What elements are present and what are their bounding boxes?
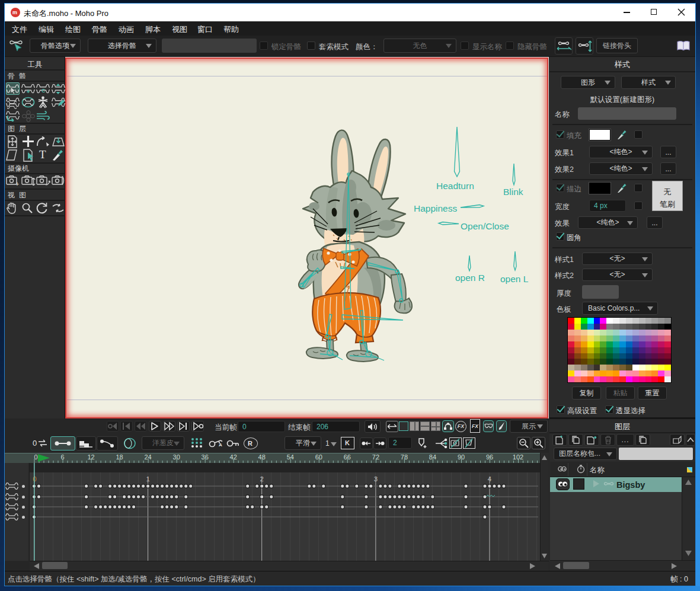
svg-text:Headturn: Headturn bbox=[436, 181, 474, 191]
svg-text:12: 12 bbox=[87, 453, 94, 461]
svg-text:36: 36 bbox=[202, 453, 209, 461]
svg-text:Happiness: Happiness bbox=[414, 203, 457, 213]
svg-text:A: A bbox=[219, 442, 222, 448]
svg-text:54: 54 bbox=[287, 453, 294, 461]
svg-text:open L: open L bbox=[500, 274, 529, 284]
svg-text:66: 66 bbox=[344, 453, 351, 461]
svg-text:18: 18 bbox=[116, 453, 123, 461]
svg-text:30: 30 bbox=[173, 453, 180, 461]
svg-text:84: 84 bbox=[429, 453, 436, 461]
svg-text:2: 2 bbox=[260, 475, 263, 483]
svg-text:42: 42 bbox=[230, 453, 237, 461]
svg-text:24: 24 bbox=[144, 453, 151, 461]
svg-text:4: 4 bbox=[488, 475, 492, 483]
svg-text:0: 0 bbox=[34, 453, 37, 461]
svg-text:60: 60 bbox=[315, 453, 322, 461]
svg-text:3: 3 bbox=[374, 475, 378, 483]
svg-text:78: 78 bbox=[401, 453, 408, 461]
svg-text:96: 96 bbox=[486, 453, 493, 461]
svg-text:Open/Close: Open/Close bbox=[461, 221, 509, 231]
svg-text:open R: open R bbox=[455, 273, 485, 283]
svg-text:102: 102 bbox=[513, 453, 523, 461]
svg-text:48: 48 bbox=[258, 453, 266, 461]
svg-text:72: 72 bbox=[372, 453, 379, 461]
svg-text:1: 1 bbox=[146, 475, 149, 483]
svg-text:6: 6 bbox=[60, 453, 64, 461]
svg-text:Blink: Blink bbox=[503, 187, 523, 197]
svg-text:90: 90 bbox=[458, 453, 465, 461]
